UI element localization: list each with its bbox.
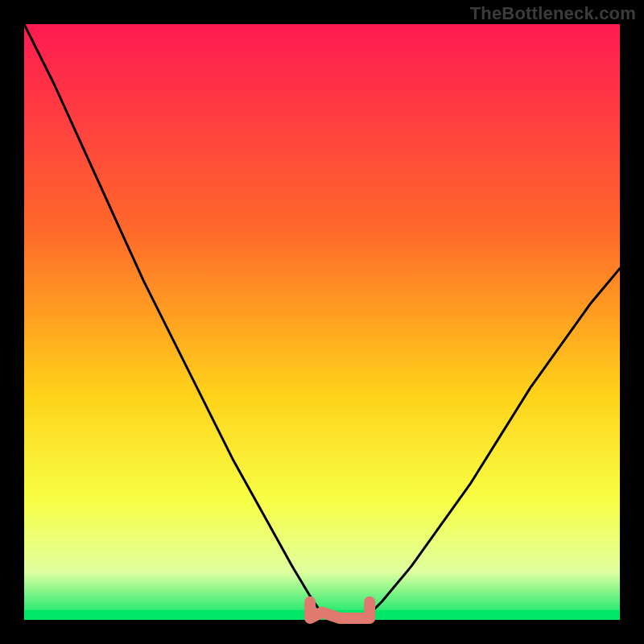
bottleneck-chart — [0, 0, 644, 644]
watermark-text: TheBottleneck.com — [470, 3, 636, 24]
plot-background — [24, 24, 620, 620]
chart-frame: TheBottleneck.com — [0, 0, 644, 644]
